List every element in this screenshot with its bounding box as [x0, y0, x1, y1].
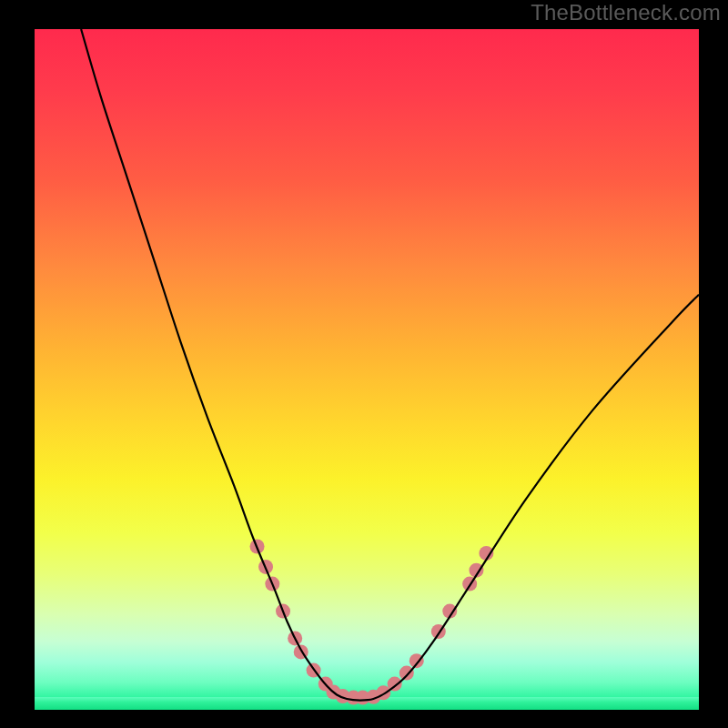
bottleneck-curve — [81, 29, 699, 701]
plot-area — [35, 29, 699, 710]
marker-dot — [410, 653, 424, 668]
chart-container: TheBottleneck.com — [0, 0, 728, 728]
watermark-text: TheBottleneck.com — [531, 0, 721, 25]
chart-svg — [35, 29, 699, 710]
marker-dot — [399, 666, 414, 681]
